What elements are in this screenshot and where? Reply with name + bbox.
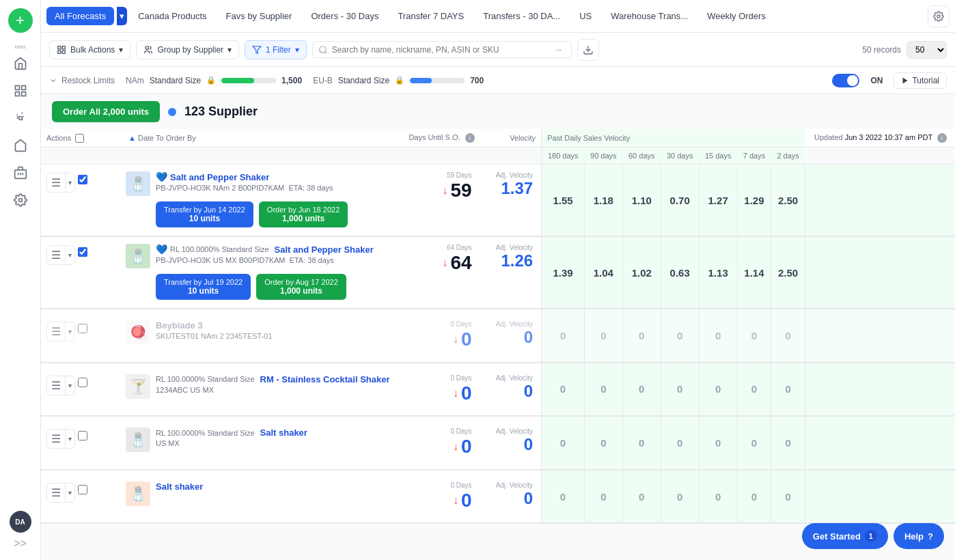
help-button[interactable]: Help ? bbox=[894, 523, 944, 549]
filter-button[interactable]: 1 Filter ▾ bbox=[245, 40, 307, 59]
add-button[interactable]: + bbox=[8, 8, 33, 33]
svg-point-9 bbox=[937, 15, 940, 18]
select-all-checkbox[interactable] bbox=[75, 134, 84, 143]
search-submit-button[interactable]: → bbox=[551, 44, 565, 55]
arrow-down-icon: ↓ bbox=[442, 184, 447, 197]
product-image-4: 🍸 bbox=[126, 374, 150, 399]
action-dropdown-2[interactable]: ☰ ▾ bbox=[46, 245, 75, 265]
product-cell-5: 🧂 RL 100.0000% Standard SizeSalt shaker … bbox=[123, 416, 403, 470]
transfer-button-2[interactable]: Transfer by Jul 19 2022 10 units bbox=[156, 274, 251, 300]
transfer-button-1[interactable]: Transfer by Jun 14 2022 10 units bbox=[156, 201, 253, 227]
sidebar-item-dashboard[interactable] bbox=[8, 79, 33, 103]
table-container: Order All 2,000 units 123 Supplier Actio… bbox=[41, 94, 955, 560]
on-off-toggle[interactable] bbox=[832, 74, 859, 87]
eta-label: ETA: 38 days bbox=[288, 184, 333, 192]
th-date-to-order[interactable]: ▲ Date To Order By bbox=[123, 129, 403, 148]
product-name-link-2[interactable]: Salt and Pepper Shaker bbox=[275, 244, 374, 255]
get-started-button[interactable]: Get Started 1 bbox=[802, 523, 888, 549]
download-button[interactable] bbox=[577, 39, 599, 61]
product-name-row-2: 💙RL 100.0000% Standard SizeSalt and Pepp… bbox=[156, 244, 398, 255]
plus-icon: + bbox=[16, 13, 25, 28]
past-vel-1-4: 1.27 bbox=[699, 165, 737, 237]
days-info-icon[interactable]: i bbox=[465, 133, 475, 143]
product-name-link-1[interactable]: Salt and Pepper Shaker bbox=[170, 172, 269, 182]
sidebar-item-factory[interactable] bbox=[8, 160, 33, 185]
tab-all-forecasts-dropdown[interactable]: ▾ bbox=[117, 7, 127, 25]
row-checkbox-1[interactable] bbox=[78, 175, 87, 184]
row-checkbox-4[interactable] bbox=[78, 378, 87, 387]
past-vel-1-0: 1.55 bbox=[542, 165, 585, 237]
nav-settings-button[interactable] bbox=[928, 5, 950, 27]
tab-orders-30-days[interactable]: Orders - 30 Days bbox=[303, 7, 387, 25]
product-name-link-6[interactable]: Salt shaker bbox=[156, 481, 203, 492]
action-dropdown-4[interactable]: ☰ ▾ bbox=[46, 376, 75, 395]
past-vel-1-1: 1.18 bbox=[584, 165, 622, 237]
product-name-link-5[interactable]: Salt shaker bbox=[260, 428, 307, 438]
sub-header-60: 60 days bbox=[622, 148, 661, 165]
product-name-row-1: 💙Salt and Pepper Shaker bbox=[156, 171, 398, 182]
table-row: ☰ ▾ 🪀 Beyblade 3 SKUTEST01 NAm 2 2345TES… bbox=[41, 309, 955, 363]
sub-header-30: 30 days bbox=[661, 148, 699, 165]
heart-icon: 💙 bbox=[156, 244, 167, 255]
forecast-table: Actions ▲ Date To Order By Days Until S.… bbox=[41, 129, 955, 524]
bulk-actions-button[interactable]: Bulk Actions ▾ bbox=[49, 40, 130, 59]
actions-cell-6: ☰ ▾ bbox=[41, 470, 123, 524]
restock-right: ON Tutorial bbox=[832, 72, 947, 89]
sidebar-item-home[interactable] bbox=[8, 51, 33, 76]
sub-header-row: 180 days 90 days 60 days 30 days 15 days… bbox=[41, 148, 955, 165]
row-checkbox-2[interactable] bbox=[78, 247, 87, 257]
past-vel-6-2: 0 bbox=[622, 470, 661, 524]
top-nav: All Forecasts ▾ Canada Products Favs by … bbox=[41, 0, 955, 33]
tab-all-forecasts[interactable]: All Forecasts bbox=[46, 7, 114, 25]
sidebar-item-warehouse[interactable] bbox=[8, 133, 33, 158]
help-bar: Get Started 1 Help ? bbox=[802, 523, 944, 549]
page-size-select[interactable]: 50 100 200 bbox=[906, 41, 947, 59]
past-vel-6-1: 0 bbox=[584, 470, 622, 524]
past-vel-5-3: 0 bbox=[661, 416, 699, 470]
action-dropdown-5[interactable]: ☰ ▾ bbox=[46, 429, 75, 449]
avatar[interactable]: DA bbox=[10, 511, 31, 533]
expand-button[interactable]: >> bbox=[12, 535, 29, 552]
past-vel-2-3: 0.63 bbox=[661, 236, 699, 309]
sidebar-item-settings[interactable] bbox=[8, 188, 33, 212]
sub-header-180: 180 days bbox=[542, 148, 585, 165]
svg-rect-3 bbox=[21, 92, 25, 96]
past-vel-3-1: 0 bbox=[584, 309, 622, 363]
search-input[interactable] bbox=[332, 45, 551, 55]
sidebar-item-magic[interactable] bbox=[8, 106, 33, 130]
arrow-down-icon: ↓ bbox=[453, 333, 458, 346]
updated-info-icon[interactable]: i bbox=[937, 133, 947, 143]
records-count: 50 records bbox=[862, 45, 901, 55]
velocity-cell-3: Adj. Velocity 0 bbox=[480, 309, 542, 363]
days-cell-6: 0 Days ↓ 0 bbox=[403, 470, 480, 524]
product-name-link-3[interactable]: Beyblade 3 bbox=[156, 320, 203, 331]
product-name-row-6: Salt shaker bbox=[156, 481, 398, 492]
row-checkbox-6[interactable] bbox=[78, 485, 87, 494]
action-dropdown-3[interactable]: ☰ ▾ bbox=[46, 322, 75, 341]
extra-cell-1 bbox=[805, 165, 955, 237]
action-dropdown-6[interactable]: ☰ ▾ bbox=[46, 483, 75, 503]
tab-transfers-30-da[interactable]: Transfers - 30 DA... bbox=[475, 7, 568, 25]
row-checkbox-5[interactable] bbox=[78, 431, 87, 440]
order-all-button[interactable]: Order All 2,000 units bbox=[52, 101, 160, 122]
tutorial-button[interactable]: Tutorial bbox=[894, 72, 947, 89]
tab-us[interactable]: US bbox=[571, 7, 600, 25]
tab-canada-products[interactable]: Canada Products bbox=[130, 7, 214, 25]
row-checkbox-3[interactable] bbox=[78, 324, 87, 333]
action-dropdown-1[interactable]: ☰ ▾ bbox=[46, 173, 75, 193]
chevron-down-icon bbox=[49, 76, 57, 85]
tab-weekly-orders[interactable]: Weekly Orders bbox=[699, 7, 774, 25]
order-button-1[interactable]: Order by Jun 18 2022 1,000 units bbox=[259, 201, 348, 227]
sub-header-15: 15 days bbox=[699, 148, 737, 165]
svg-rect-0 bbox=[15, 86, 19, 90]
th-past-daily-sales: Past Daily Sales Velocity bbox=[542, 129, 805, 148]
restock-toggle[interactable]: Restock Limits bbox=[49, 76, 115, 85]
product-name-link-4[interactable]: RM - Stainless Cocktail Shaker bbox=[260, 374, 390, 384]
tab-warehouse-trans[interactable]: Warehouse Trans... bbox=[603, 7, 696, 25]
svg-rect-11 bbox=[62, 46, 65, 48]
tab-transfer-7-days[interactable]: Transfer 7 DAYS bbox=[389, 7, 472, 25]
group-by-supplier-button[interactable]: Group by Supplier ▾ bbox=[136, 40, 239, 59]
past-vel-2-6: 2.50 bbox=[771, 236, 805, 309]
order-button-2[interactable]: Order by Aug 17 2022 1,000 units bbox=[256, 274, 346, 300]
tab-favs-by-supplier[interactable]: Favs by Supplier bbox=[218, 7, 301, 25]
